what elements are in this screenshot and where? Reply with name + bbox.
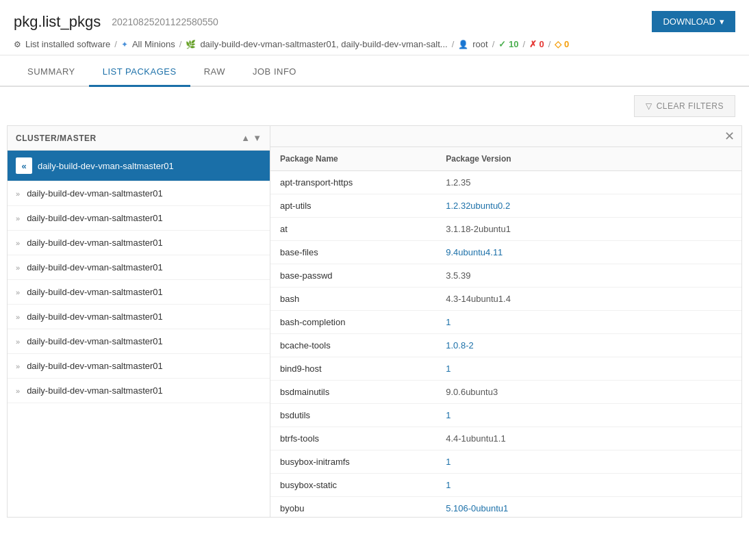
minion-name: daily-build-dev-vman-saltmaster01	[27, 262, 163, 272]
tab-job-info[interactable]: JOB INFO	[239, 58, 310, 87]
download-chevron-icon: ▾	[720, 16, 724, 27]
table-row: busybox-static1	[270, 474, 741, 497]
package-name-cell: bash-completion	[270, 311, 436, 334]
minion-name: daily-build-dev-vman-saltmaster01	[27, 188, 163, 199]
package-name-cell: at	[270, 218, 436, 241]
minion-row[interactable]: »daily-build-dev-vman-saltmaster01	[8, 181, 270, 206]
minion-expand-icon: »	[16, 313, 20, 321]
minions-icon: ✦	[121, 40, 128, 49]
minion-row[interactable]: »daily-build-dev-vman-saltmaster01	[8, 379, 270, 403]
minion-row[interactable]: »daily-build-dev-vman-saltmaster01	[8, 305, 270, 329]
table-row: byobu5.106-0ubuntu1	[270, 497, 741, 518]
clear-filters-label: CLEAR FILTERS	[657, 101, 724, 111]
package-name-cell: bsdutils	[270, 404, 436, 427]
minion-name: daily-build-dev-vman-saltmaster01	[27, 361, 163, 371]
package-version-cell: 9.0.6ubuntu3	[436, 381, 741, 404]
clear-filters-button[interactable]: ▽ CLEAR FILTERS	[634, 95, 735, 117]
breadcrumb-list-installed[interactable]: List installed software	[25, 39, 110, 49]
package-name-cell: bcache-tools	[270, 334, 436, 357]
table-row: bind9-host1	[270, 357, 741, 381]
status-check: ✓ 10	[498, 39, 518, 49]
breadcrumb: ⚙ List installed software / ✦ All Minion…	[14, 39, 735, 49]
table-row: base-files9.4ubuntu4.11	[270, 241, 741, 264]
cluster-master-label: Cluster/Master	[16, 133, 97, 143]
salt-icon: 🌿	[186, 40, 196, 49]
minion-row[interactable]: »daily-build-dev-vman-saltmaster01	[8, 354, 270, 379]
package-version-cell: 1	[436, 357, 741, 381]
minion-row[interactable]: »daily-build-dev-vman-saltmaster01	[8, 255, 270, 280]
sort-icons[interactable]: ▲ ▼	[241, 133, 262, 143]
package-name-cell: base-passwd	[270, 264, 436, 288]
sort-asc-icon[interactable]: ▲	[241, 133, 250, 143]
right-panel: ✕ Package Name Package Version apt-trans…	[270, 125, 742, 518]
tab-summary[interactable]: SUMMARY	[14, 58, 89, 87]
table-row: bash-completion1	[270, 311, 741, 334]
minion-expand-icon: »	[16, 239, 20, 247]
minion-name: daily-build-dev-vman-saltmaster01	[38, 161, 174, 171]
package-version-cell: 1.0.8-2	[436, 334, 741, 357]
package-version-cell: 1	[436, 474, 741, 497]
package-version-cell: 3.5.39	[436, 264, 741, 288]
table-row: busybox-initramfs1	[270, 450, 741, 474]
close-button[interactable]: ✕	[724, 130, 735, 142]
status-x: ✗ 0	[529, 39, 544, 49]
minion-expand-icon: »	[16, 387, 20, 395]
minion-name: daily-build-dev-vman-saltmaster01	[27, 238, 163, 248]
minion-row[interactable]: »daily-build-dev-vman-saltmaster01	[8, 280, 270, 305]
user-icon: 👤	[458, 40, 468, 49]
minion-expand-icon: »	[16, 214, 20, 222]
packages-table-wrapper[interactable]: Package Name Package Version apt-transpo…	[270, 147, 741, 517]
download-button[interactable]: DOWNLOAD ▾	[652, 11, 735, 32]
package-name-cell: bash	[270, 288, 436, 311]
table-row: at3.1.18-2ubuntu1	[270, 218, 741, 241]
minion-row[interactable]: «daily-build-dev-vman-saltmaster01	[8, 151, 270, 181]
package-name-cell: bsdmainutils	[270, 381, 436, 404]
breadcrumb-minion-name[interactable]: daily-build-dev-vman-saltmaster01, daily…	[200, 39, 447, 49]
table-row: apt-transport-https1.2.35	[270, 171, 741, 194]
table-header-row: Package Name Package Version	[270, 147, 741, 171]
package-name-cell: btrfs-tools	[270, 427, 436, 450]
sort-desc-icon[interactable]: ▼	[253, 133, 262, 143]
package-version-cell: 3.1.18-2ubuntu1	[436, 218, 741, 241]
col-package-version: Package Version	[436, 147, 741, 171]
col-package-name: Package Name	[270, 147, 436, 171]
table-row: bsdmainutils9.0.6ubuntu3	[270, 381, 741, 404]
page-title: pkg.list_pkgs	[14, 13, 101, 31]
minion-row[interactable]: »daily-build-dev-vman-saltmaster01	[8, 329, 270, 354]
main-content: Cluster/Master ▲ ▼ «daily-build-dev-vman…	[0, 125, 749, 524]
minion-expand-icon: »	[16, 264, 20, 272]
breadcrumb-user[interactable]: root	[472, 39, 487, 49]
active-minion-icon: «	[16, 157, 32, 174]
packages-table: Package Name Package Version apt-transpo…	[270, 147, 741, 517]
minion-row[interactable]: »daily-build-dev-vman-saltmaster01	[8, 231, 270, 255]
package-version-cell: 4.4-1ubuntu1.1	[436, 427, 741, 450]
left-panel-header: Cluster/Master ▲ ▼	[8, 126, 270, 151]
filter-bar: ▽ CLEAR FILTERS	[0, 87, 749, 125]
minion-row[interactable]: »daily-build-dev-vman-saltmaster01	[8, 206, 270, 231]
tab-raw[interactable]: RAW	[190, 58, 239, 87]
package-name-cell: busybox-initramfs	[270, 450, 436, 474]
table-row: base-passwd3.5.39	[270, 264, 741, 288]
table-row: bcache-tools1.0.8-2	[270, 334, 741, 357]
table-row: bash4.3-14ubuntu1.4	[270, 288, 741, 311]
minion-expand-icon: »	[16, 338, 20, 346]
package-name-cell: byobu	[270, 497, 436, 518]
package-version-cell: 4.3-14ubuntu1.4	[436, 288, 741, 311]
package-version-cell: 5.106-0ubuntu1	[436, 497, 741, 518]
minion-name: daily-build-dev-vman-saltmaster01	[27, 287, 163, 297]
minion-expand-icon: »	[16, 288, 20, 296]
gear-icon: ⚙	[14, 40, 21, 49]
package-version-cell: 1.2.35	[436, 171, 741, 194]
package-version-cell: 1.2.32ubuntu0.2	[436, 194, 741, 218]
right-panel-header: ✕	[270, 126, 741, 147]
table-row: apt-utils1.2.32ubuntu0.2	[270, 194, 741, 218]
package-version-cell: 1	[436, 404, 741, 427]
breadcrumb-all-minions[interactable]: All Minions	[132, 39, 175, 49]
title-row: pkg.list_pkgs 20210825201122580550 DOWNL…	[14, 11, 735, 32]
minion-expand-icon: »	[16, 362, 20, 370]
minion-name: daily-build-dev-vman-saltmaster01	[27, 336, 163, 346]
job-id: 20210825201122580550	[112, 16, 218, 27]
top-header: pkg.list_pkgs 20210825201122580550 DOWNL…	[0, 0, 749, 55]
package-name-cell: apt-utils	[270, 194, 436, 218]
tab-list-packages[interactable]: LIST PACKAGES	[89, 58, 190, 87]
